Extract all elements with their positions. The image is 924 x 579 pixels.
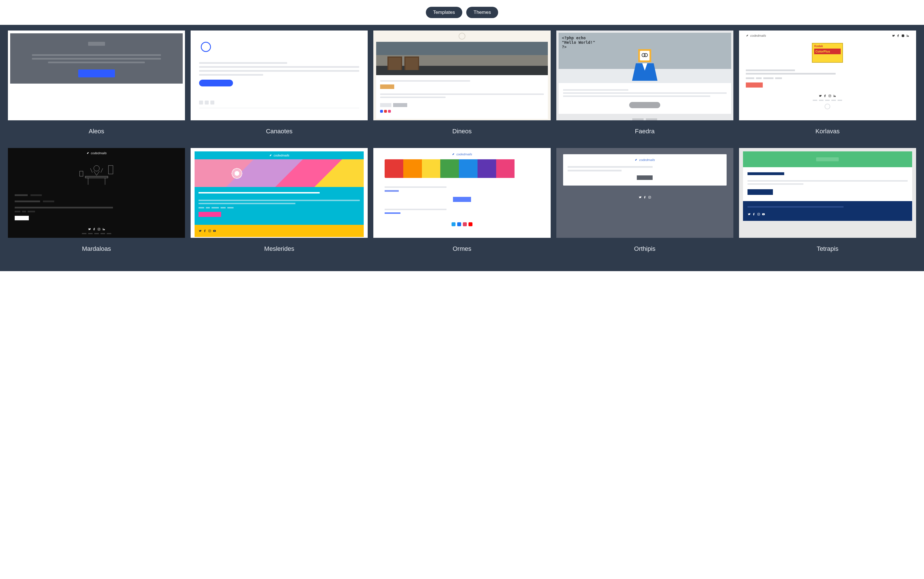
svg-rect-3 [829, 95, 831, 97]
twitter-icon [892, 34, 895, 37]
brand-logo: codedmails [568, 158, 722, 162]
svg-rect-15 [209, 230, 211, 232]
linkedin-icon [102, 227, 105, 231]
theme-name: Canaotes [191, 120, 368, 142]
linkedin-icon [833, 94, 836, 97]
theme-preview [191, 31, 368, 120]
svg-rect-0 [902, 34, 904, 37]
svg-point-4 [829, 95, 831, 96]
theme-preview: codedmails [739, 31, 916, 120]
linkedin-icon [906, 34, 909, 37]
bird-icon [452, 152, 455, 156]
svg-rect-12 [98, 228, 100, 230]
theme-card-meslerides[interactable]: codedmails [191, 148, 368, 260]
svg-point-20 [649, 197, 650, 198]
theme-preview: <?php echo "Hello World!" ?> [556, 31, 733, 120]
bird-icon [746, 34, 749, 37]
theme-card-ormes[interactable]: codedmails Ormes [373, 148, 550, 260]
youtube-icon [762, 213, 765, 216]
footer-social-icons [748, 213, 908, 216]
bird-icon [635, 158, 638, 162]
svg-rect-6 [85, 176, 108, 178]
preview-code-text: <?php echo "Hello World!" ?> [562, 36, 728, 49]
instagram-icon [648, 196, 651, 199]
svg-rect-19 [648, 196, 651, 198]
twitter-icon [819, 94, 822, 97]
theme-card-orthipis[interactable]: codedmails Orthipis [556, 148, 733, 260]
theme-card-tetrapis[interactable]: Tetrapis [739, 148, 916, 260]
facebook-icon [752, 213, 756, 216]
theme-name: Faedra [556, 120, 733, 142]
theme-preview: codedmails [191, 148, 368, 238]
footer-social-icons [563, 196, 726, 199]
brand-logo: codedmails [385, 152, 539, 156]
theme-card-mardaloas[interactable]: codedmails [8, 148, 185, 260]
header-social-icons [892, 34, 909, 37]
twitter-icon [88, 227, 91, 231]
theme-name: Mardaloas [8, 238, 185, 260]
theme-name: Dineos [373, 120, 550, 142]
brand-logo: codedmails [15, 151, 178, 155]
footer-social-icons [199, 229, 360, 232]
facebook-icon [93, 227, 96, 231]
svg-point-9 [94, 165, 100, 171]
twitter-icon [748, 213, 751, 216]
brand-logo: codedmails [746, 34, 766, 37]
theme-preview [8, 31, 185, 120]
theme-card-faedra[interactable]: <?php echo "Hello World!" ?> [556, 31, 733, 142]
footer-social-icons [15, 227, 178, 231]
svg-point-23 [758, 214, 759, 215]
facebook-icon [823, 94, 826, 97]
instagram-icon [901, 34, 904, 37]
theme-name: Ormes [373, 238, 550, 260]
theme-preview [739, 148, 916, 238]
svg-point-13 [98, 229, 100, 230]
themes-grid: Aleos Canaotes [8, 31, 916, 260]
facebook-icon [203, 229, 206, 232]
theme-name: Korlavas [739, 120, 916, 142]
bird-icon [87, 151, 90, 155]
svg-point-16 [209, 231, 211, 232]
brand-logo: codedmails [194, 151, 364, 159]
instagram-icon [98, 227, 101, 231]
instagram-icon [757, 213, 760, 216]
svg-point-21 [650, 196, 650, 197]
svg-rect-22 [757, 213, 760, 215]
facebook-icon [643, 196, 646, 199]
youtube-icon [213, 229, 216, 232]
theme-preview: codedmails [556, 148, 733, 238]
svg-point-17 [210, 230, 211, 231]
facebook-icon [896, 34, 900, 37]
twitter-icon [638, 196, 642, 199]
theme-card-aleos[interactable]: Aleos [8, 31, 185, 142]
theme-name: Meslerides [191, 238, 368, 260]
theme-card-korlavas[interactable]: codedmails [739, 31, 916, 142]
theme-preview: codedmails [8, 148, 185, 238]
theme-card-dineos[interactable]: Dineos [373, 31, 550, 142]
twitter-icon [199, 229, 202, 232]
theme-preview: codedmails [373, 148, 550, 238]
theme-card-canaotes[interactable]: Canaotes [191, 31, 368, 142]
view-tabs: Templates Themes [0, 0, 924, 25]
themes-grid-container: Aleos Canaotes [0, 25, 924, 271]
tab-templates[interactable]: Templates [426, 7, 462, 18]
instagram-icon [208, 229, 211, 232]
tab-themes[interactable]: Themes [466, 7, 498, 18]
theme-preview [373, 31, 550, 120]
theme-name: Tetrapis [739, 238, 916, 260]
theme-name: Orthipis [556, 238, 733, 260]
svg-rect-11 [80, 171, 83, 176]
instagram-icon [828, 94, 831, 97]
footer-social-icons [746, 94, 909, 97]
bird-icon [269, 154, 273, 157]
svg-rect-10 [108, 165, 113, 174]
theme-name: Aleos [8, 120, 185, 142]
